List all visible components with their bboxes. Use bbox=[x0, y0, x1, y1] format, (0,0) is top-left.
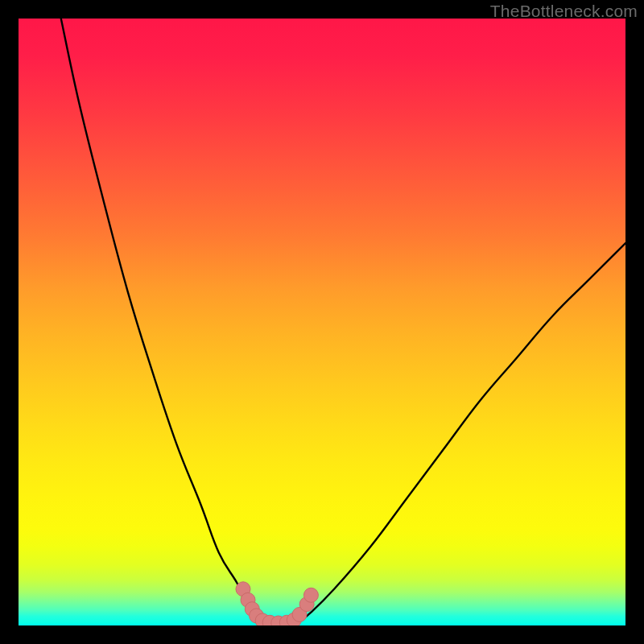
curve-layer bbox=[19, 19, 625, 625]
bottleneck-curve bbox=[61, 19, 625, 625]
watermark-text: TheBottleneck.com bbox=[490, 2, 638, 21]
plot-area bbox=[19, 19, 625, 625]
outer-frame: TheBottleneck.com bbox=[0, 0, 644, 644]
data-marker bbox=[303, 588, 318, 602]
